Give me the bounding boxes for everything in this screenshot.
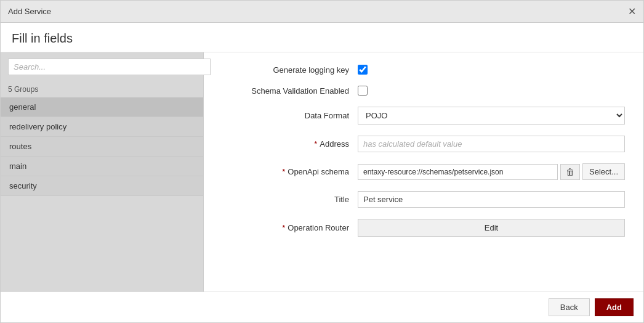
dialog-header: Add Service ✕ — [1, 1, 643, 23]
data-format-select[interactable]: POJO JSON XML — [358, 107, 625, 125]
sidebar-item-redelivery-policy[interactable]: redelivery policy — [1, 117, 203, 137]
groups-label: 5 Groups — [1, 81, 203, 97]
operation-router-label: *Operation Router — [222, 223, 358, 232]
schema-validation-row: Schema Validation Enabled — [222, 86, 625, 96]
schema-validation-checkbox[interactable] — [358, 86, 368, 96]
address-input[interactable] — [358, 136, 625, 152]
data-format-row: Data Format POJO JSON XML — [222, 107, 625, 125]
generate-logging-key-field — [358, 65, 625, 75]
content-area: 5 Groups general redelivery policy route… — [1, 52, 643, 292]
operation-router-field: Edit — [358, 219, 625, 237]
operation-router-edit-button[interactable]: Edit — [358, 219, 625, 237]
generate-logging-key-row: Generate logging key — [222, 65, 625, 75]
sidebar-items: general redelivery policy routes main se… — [1, 97, 203, 196]
generate-logging-key-checkbox[interactable] — [358, 65, 368, 75]
openapi-required-star: * — [282, 167, 285, 176]
sidebar-item-general[interactable]: general — [1, 97, 203, 117]
add-service-dialog: Add Service ✕ Fill in fields 5 Groups ge… — [0, 0, 644, 323]
title-field — [358, 191, 625, 208]
openapi-delete-button[interactable]: 🗑 — [560, 164, 580, 180]
dialog-footer: Back Add — [1, 292, 643, 322]
operation-router-row: *Operation Router Edit — [222, 219, 625, 237]
generate-logging-key-label: Generate logging key — [222, 65, 358, 75]
openapi-schema-label: *OpenApi schema — [222, 167, 358, 176]
sidebar: 5 Groups general redelivery policy route… — [1, 52, 204, 292]
data-format-field: POJO JSON XML — [358, 107, 625, 125]
search-input[interactable] — [8, 59, 211, 75]
add-button[interactable]: Add — [595, 298, 634, 316]
data-format-label: Data Format — [222, 111, 358, 120]
openapi-select-button[interactable]: Select... — [582, 163, 625, 180]
close-button[interactable]: ✕ — [628, 7, 636, 17]
address-row: *Address — [222, 136, 625, 152]
sidebar-item-security[interactable]: security — [1, 176, 203, 196]
title-input[interactable] — [358, 191, 625, 208]
address-field — [358, 136, 625, 152]
sidebar-item-main[interactable]: main — [1, 157, 203, 176]
dialog-body: Fill in fields 5 Groups general redelive… — [1, 23, 643, 292]
back-button[interactable]: Back — [549, 298, 590, 316]
main-form: Generate logging key Schema Validation E… — [204, 52, 643, 292]
schema-validation-field — [358, 86, 625, 96]
openapi-schema-field: entaxy-resource://schemas/petservice.jso… — [358, 163, 625, 180]
schema-validation-label: Schema Validation Enabled — [222, 86, 358, 96]
openapi-schema-value: entaxy-resource://schemas/petservice.jso… — [358, 164, 558, 180]
title-row: Title — [222, 191, 625, 208]
address-label: *Address — [222, 139, 358, 149]
dialog-title: Add Service — [8, 7, 51, 16]
operation-router-required-star: * — [282, 223, 285, 232]
page-title: Fill in fields — [1, 23, 643, 52]
openapi-schema-row: *OpenApi schema entaxy-resource://schema… — [222, 163, 625, 180]
address-required-star: * — [314, 139, 317, 149]
sidebar-item-routes[interactable]: routes — [1, 137, 203, 157]
title-label: Title — [222, 195, 358, 204]
